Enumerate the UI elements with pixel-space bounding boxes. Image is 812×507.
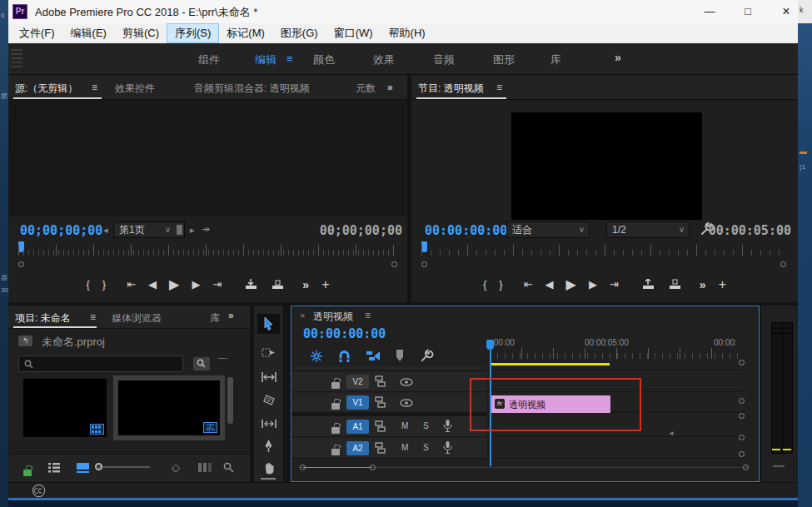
tab-libraries[interactable]: 库 [210, 311, 221, 326]
timeline-playhead-head[interactable] [486, 340, 494, 350]
selection-tool[interactable] [257, 314, 280, 334]
maximize-button[interactable]: □ [730, 0, 765, 23]
add-marker-icon[interactable] [395, 350, 405, 361]
playback-resolution-select[interactable]: 1/2 ∨ [606, 221, 690, 238]
lift-button[interactable] [641, 279, 655, 290]
scrollbar-handle-right[interactable] [370, 465, 376, 470]
pen-tool[interactable] [257, 436, 280, 456]
project-item-clip-thumbnail[interactable] [23, 379, 107, 437]
goto-out-button[interactable]: ⇥ [610, 278, 619, 291]
zoom-slider-knob[interactable] [95, 463, 102, 470]
creative-cloud-icon[interactable] [32, 484, 46, 498]
tab-media-browser[interactable]: 媒体浏览器 [112, 311, 162, 326]
timeline-timecode[interactable]: 00:00:00:00 [303, 326, 386, 341]
sync-lock-icon[interactable] [375, 375, 386, 387]
navigate-up-button[interactable]: ↰ [18, 336, 32, 346]
track-lock-icon[interactable] [331, 444, 340, 459]
razor-tool[interactable] [257, 390, 280, 410]
project-panel-menu-icon[interactable]: ≡ [90, 311, 96, 323]
zoom-slider-track[interactable] [98, 466, 150, 468]
search-bin-button[interactable] [193, 357, 210, 370]
workspace-tab-audio[interactable]: 音频 [433, 52, 455, 67]
workspace-tab-editing[interactable]: 编辑 [255, 52, 276, 67]
source-zoombar-right-handle[interactable] [391, 261, 397, 267]
track-scroll-handle[interactable] [739, 360, 745, 365]
tab-source[interactable]: 源:（无剪辑） [15, 82, 77, 96]
work-area-bar[interactable] [491, 363, 610, 365]
track-lock-icon[interactable] [331, 377, 340, 392]
ripple-edit-tool[interactable] [257, 367, 280, 387]
panel-minus-icon[interactable]: — [218, 352, 227, 362]
track-scroll-handle[interactable] [739, 398, 745, 404]
project-tabs-overflow-chevron[interactable]: » [228, 310, 234, 321]
source-timecode[interactable]: 00;00;00;00 [20, 223, 102, 238]
menu-help[interactable]: 帮助(H) [381, 24, 433, 42]
menu-edit[interactable]: 编辑(E) [63, 24, 114, 42]
workspace-overflow-chevron[interactable]: » [615, 51, 621, 64]
timeline-close-icon[interactable]: × [300, 311, 305, 321]
menu-clip[interactable]: 剪辑(C) [115, 24, 167, 42]
solo-button[interactable]: S [423, 421, 429, 430]
step-back-button[interactable]: ◀ [545, 278, 554, 291]
project-scrollbar[interactable] [227, 377, 233, 424]
track-lock-icon[interactable] [331, 398, 340, 413]
tab-audio-clip-mixer[interactable]: 音频剪辑混合器: 透明视频 [194, 82, 310, 96]
tab-metadata[interactable]: 元数 [356, 82, 377, 96]
track-header-v1[interactable]: V1 [291, 393, 486, 413]
slip-tool[interactable] [257, 414, 280, 434]
project-search-input[interactable] [18, 355, 183, 372]
workspace-tab-graphics[interactable]: 图形 [493, 52, 515, 67]
insert-button[interactable] [244, 279, 258, 290]
button-editor-add[interactable]: + [321, 277, 329, 292]
tab-effect-controls[interactable]: 效果控件 [115, 82, 155, 96]
hand-tool[interactable] [257, 458, 280, 478]
source-panel-menu-icon[interactable]: ≡ [92, 82, 97, 93]
program-transport-overflow[interactable]: » [700, 278, 706, 291]
page-select-grip[interactable] [177, 225, 182, 235]
goto-in-button[interactable]: ⇤ [127, 278, 136, 291]
timeline-menu-icon[interactable]: ≡ [365, 310, 371, 321]
tab-program[interactable]: 节目: 透明视频 [418, 82, 484, 96]
mute-button[interactable]: M [401, 421, 408, 430]
close-button[interactable]: × [769, 0, 804, 23]
minimize-button[interactable]: — [692, 0, 727, 23]
project-file-name[interactable]: 未命名.prproj [42, 335, 105, 350]
workspace-tab-libraries[interactable]: 库 [550, 52, 561, 67]
source-transport-overflow[interactable]: » [302, 278, 309, 291]
button-editor-add[interactable]: + [719, 277, 726, 292]
step-back-button[interactable]: ◀ [148, 278, 157, 291]
track-header-a1[interactable]: A1 M S [291, 416, 486, 437]
track-label-a2[interactable]: A2 [346, 441, 369, 455]
program-zoombar-left-handle[interactable] [421, 261, 427, 267]
timeline-tab-label[interactable]: 透明视频 [313, 310, 353, 324]
scrollbar-handle-end[interactable] [743, 465, 749, 470]
goto-in-button[interactable]: ⇤ [524, 278, 533, 291]
project-writable-lock-icon[interactable] [23, 465, 32, 480]
audio-meter[interactable] [771, 322, 793, 454]
tab-project[interactable]: 项目: 未命名 [15, 311, 71, 326]
track-lock-icon[interactable] [331, 422, 340, 437]
program-timecode[interactable]: 00:00:00:00 [425, 223, 507, 238]
menu-sequence[interactable]: 序列(S) [167, 24, 218, 42]
source-tabs-overflow-chevron[interactable]: » [387, 82, 393, 93]
project-item-sequence-selected[interactable] [113, 375, 225, 440]
page-select[interactable]: 第1页 ∨ [113, 221, 185, 238]
track-label-a1[interactable]: A1 [346, 420, 369, 434]
collapse-arrow-icon[interactable]: ◄ [668, 430, 675, 437]
nest-sequence-icon[interactable] [310, 350, 323, 363]
titlebar[interactable]: Pr Adobe Premiere Pro CC 2018 - E:\prr\未… [8, 0, 798, 23]
workspace-tab-assembly[interactable]: 组件 [198, 52, 220, 67]
track-header-a2[interactable]: A2 M S [291, 438, 486, 459]
list-view-button[interactable] [48, 463, 60, 473]
filmstrip-hover-icon[interactable] [198, 463, 212, 472]
track-scroll-handle[interactable] [739, 413, 745, 419]
linked-selection-icon[interactable] [366, 350, 381, 362]
track-header-v2[interactable]: V2 [291, 372, 486, 392]
menu-graphics[interactable]: 图形(G) [273, 24, 326, 42]
mark-out-button[interactable]: } [102, 278, 106, 291]
snap-magnet-icon[interactable] [338, 350, 351, 363]
workspace-tab-color[interactable]: 颜色 [313, 52, 335, 67]
fit-select[interactable]: 适合 ∨ [506, 221, 590, 238]
pager-prev-icon[interactable]: ◂ [103, 225, 108, 236]
panel-grip[interactable] [11, 49, 22, 69]
